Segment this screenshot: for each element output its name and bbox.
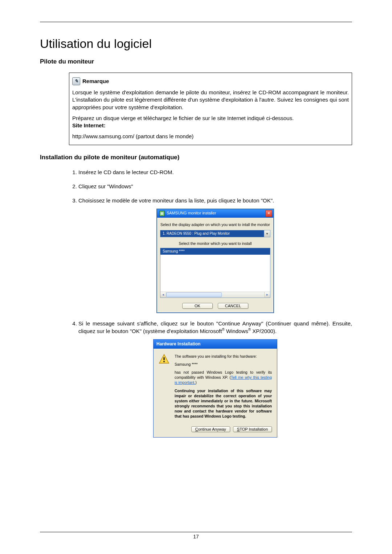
chevron-down-icon[interactable]: ▼: [264, 230, 270, 237]
note-paragraph-1: Lorsque le système d'exploitation demand…: [72, 89, 349, 111]
svg-point-2: [163, 361, 165, 362]
cancel-button[interactable]: CANCEL: [218, 303, 248, 309]
note-site-label: Site Internet:: [72, 122, 106, 128]
bottom-divider: [40, 532, 352, 532]
note-url: http://www.samsung.com/ (partout dans le…: [72, 133, 349, 140]
adapter-dropdown[interactable]: 1. RADEON 9550 : Plug and Play Monitor ▼: [160, 230, 270, 237]
installer-monitor-label: Select the monitor which you want to ins…: [160, 241, 270, 246]
warning-icon: [159, 354, 170, 365]
installer-title: SAMSUNG monitor installer: [167, 210, 265, 216]
continue-anyway-button[interactable]: Continue Anyway: [191, 426, 230, 432]
install-steps-list: Insérez le CD dans le lecteur CD-ROM. Cl…: [69, 168, 352, 438]
hw-text: The software you are installing for this…: [175, 354, 272, 422]
monitor-selected-item[interactable]: Samsung ****: [160, 248, 270, 255]
note-paragraph-2: Préparez un disque vierge et téléchargez…: [72, 115, 294, 121]
section-monitor-driver-heading: Pilote du moniteur: [40, 58, 352, 65]
scroll-left-icon[interactable]: ◄: [160, 292, 166, 297]
step-1: Insérez le CD dans le lecteur CD-ROM.: [78, 168, 352, 176]
hw-line-1: The software you are installing for this…: [175, 354, 272, 359]
monitor-listbox[interactable]: Samsung **** ◄ ►: [160, 248, 270, 298]
hw-device-name: Samsung ****: [175, 362, 272, 367]
stop-installation-button[interactable]: STOP Installation: [233, 426, 272, 432]
step-4: Si le message suivant s'affiche, cliquez…: [78, 320, 352, 438]
registered-mark: ®: [222, 328, 224, 332]
svg-rect-1: [164, 357, 165, 360]
scroll-track[interactable]: [166, 292, 264, 297]
note-box: ✎ Remarque Lorsque le système d'exploita…: [69, 73, 352, 145]
step-3: Choisissez le modèle de votre moniteur d…: [78, 197, 352, 313]
section-install-heading: Installation du pilote de moniteur (auto…: [40, 154, 352, 161]
samsung-installer-window: ▦ SAMSUNG monitor installer × Select the…: [156, 209, 274, 313]
close-icon[interactable]: ×: [265, 210, 272, 217]
note-label: Remarque: [82, 78, 109, 85]
scroll-right-icon[interactable]: ►: [264, 292, 270, 297]
hardware-installation-dialog: Hardware Installation The software you a…: [153, 339, 277, 438]
installer-titlebar: ▦ SAMSUNG monitor installer ×: [157, 209, 273, 218]
page-title: Utilisation du logiciel: [40, 37, 352, 51]
scroll-thumb[interactable]: [166, 292, 222, 297]
step-2: Cliquez sur "Windows": [78, 182, 352, 190]
hw-warning-paragraph: Continuing your installation of this sof…: [175, 388, 272, 419]
hw-titlebar: Hardware Installation: [154, 340, 277, 349]
page-number: 17: [40, 534, 352, 539]
adapter-selected: 1. RADEON 9550 : Plug and Play Monitor: [160, 230, 264, 237]
hw-line-2: has not passed Windows Logo testing to v…: [175, 370, 272, 385]
horizontal-scrollbar[interactable]: ◄ ►: [160, 292, 270, 297]
installer-app-icon: ▦: [159, 211, 165, 216]
note-icon: ✎: [72, 77, 80, 85]
top-divider: [40, 22, 352, 22]
ok-button[interactable]: OK: [182, 303, 213, 309]
installer-adapter-label: Select the display adapter on which you …: [160, 222, 270, 227]
